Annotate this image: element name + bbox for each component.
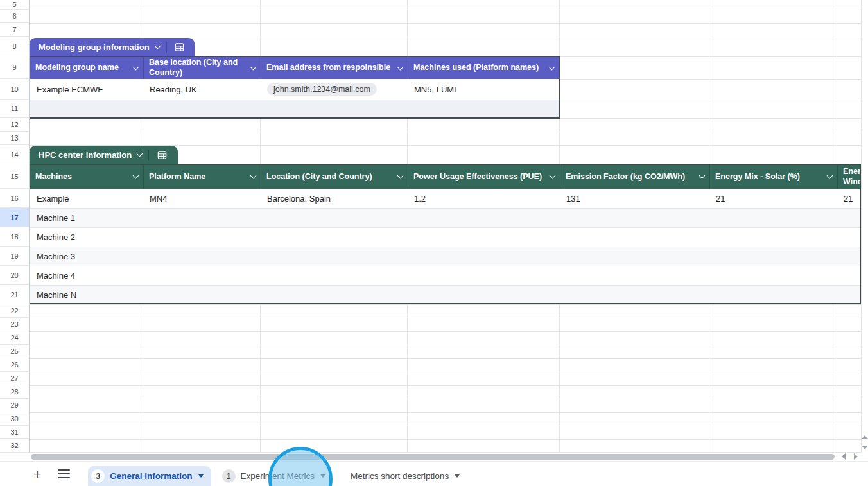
all-sheets-menu-button[interactable]: [58, 469, 70, 478]
row-number: 23: [10, 320, 18, 328]
row-header[interactable]: 16: [0, 189, 29, 208]
row-number: 24: [10, 334, 18, 342]
cell-machines[interactable]: Machine N: [30, 285, 143, 304]
hpc-header-row: Machines Platform Name Location (City an…: [30, 165, 860, 189]
chevron-down-icon[interactable]: [137, 151, 143, 157]
row-header[interactable]: 5: [0, 0, 29, 10]
row-header[interactable]: 31: [0, 426, 29, 439]
cell-email[interactable]: john.smith.1234@mail.com: [261, 79, 408, 100]
cell-machines[interactable]: Machine 1: [30, 208, 143, 227]
chevron-down-icon[interactable]: [397, 173, 404, 179]
row-header[interactable]: 8: [0, 37, 29, 56]
row-header[interactable]: 19: [0, 247, 29, 266]
table-row-band: [30, 247, 860, 266]
row-number: 27: [10, 374, 18, 382]
hpc-table-name-pill[interactable]: HPC center information: [30, 146, 178, 164]
scroll-right-icon[interactable]: [854, 453, 858, 460]
modeling-table-name-pill[interactable]: Modeling group information: [30, 38, 195, 56]
row-header[interactable]: 32: [0, 439, 29, 453]
row-header[interactable]: 9: [0, 56, 29, 79]
row-separator: [30, 208, 860, 209]
row-number: 7: [12, 26, 16, 33]
row-header[interactable]: 23: [0, 318, 29, 331]
col-header-pue[interactable]: Power Usage Effectiveness (PUE): [408, 165, 560, 189]
row-header[interactable]: 18: [0, 227, 29, 247]
chevron-down-icon[interactable]: [250, 173, 257, 179]
cell-machines[interactable]: Machine 2: [30, 227, 143, 247]
row-separator: [30, 247, 860, 247]
tab-menu-arrow-icon[interactable]: [455, 474, 460, 478]
chevron-down-icon[interactable]: [827, 173, 833, 179]
chevron-down-icon[interactable]: [699, 173, 706, 179]
col-header-energy-solar[interactable]: Energy Mix - Solar (%): [709, 165, 837, 189]
row-header-selected[interactable]: 17: [0, 208, 29, 227]
row-header[interactable]: 13: [0, 132, 29, 145]
row-header[interactable]: 26: [0, 358, 29, 372]
tab-general-information[interactable]: 3 General Information: [88, 466, 211, 486]
cell-base-location[interactable]: Reading, UK: [143, 79, 261, 100]
row-number: 16: [10, 195, 18, 202]
row-header[interactable]: 10: [0, 79, 29, 100]
cell-location[interactable]: Barcelona, Spain: [261, 189, 408, 208]
col-header-base-location[interactable]: Base location (City and Country): [143, 57, 261, 79]
col-header-emission-factor[interactable]: Emission Factor (kg CO2/MWh): [560, 165, 709, 189]
cell-machines[interactable]: Example: [30, 189, 143, 208]
chevron-down-icon[interactable]: [550, 173, 556, 179]
chevron-down-icon[interactable]: [250, 64, 257, 70]
col-header-machines-used[interactable]: Machines used (Platform names): [408, 57, 559, 79]
cell-group-name[interactable]: Example ECMWF: [30, 79, 143, 100]
row-header[interactable]: 21: [0, 285, 29, 304]
cell-pue[interactable]: 1.2: [408, 189, 560, 208]
tab-label: General Information: [110, 471, 192, 481]
row-header[interactable]: 30: [0, 412, 29, 426]
modeling-group-table: Modeling group name Base location (City …: [30, 56, 560, 119]
row-header[interactable]: 20: [0, 266, 29, 285]
row-header[interactable]: 22: [0, 304, 29, 318]
row-header[interactable]: 11: [0, 100, 29, 118]
horizontal-scrollbar-thumb[interactable]: [31, 454, 835, 460]
table-grid-icon[interactable]: [167, 42, 193, 52]
add-sheet-button[interactable]: +: [33, 467, 41, 481]
table-row-band: [30, 208, 860, 227]
col-header-machines[interactable]: Machines: [30, 165, 143, 189]
chevron-down-icon[interactable]: [154, 43, 161, 49]
row-header[interactable]: 29: [0, 399, 29, 412]
row-header[interactable]: 27: [0, 372, 29, 385]
table-grid-icon[interactable]: [149, 150, 175, 160]
row-number: 20: [10, 272, 18, 279]
modeling-table-title: Modeling group information: [30, 42, 150, 52]
row-header[interactable]: 12: [0, 118, 29, 132]
col-header-modeling-group-name[interactable]: Modeling group name: [30, 57, 143, 79]
chevron-down-icon[interactable]: [133, 64, 139, 70]
col-header-platform-name[interactable]: Platform Name: [143, 165, 261, 189]
tab-menu-arrow-icon[interactable]: [198, 474, 204, 478]
cell-machines-used[interactable]: MN5, LUMI: [408, 79, 559, 100]
cell-wind[interactable]: 21: [837, 189, 861, 208]
scroll-down-icon[interactable]: [862, 446, 868, 449]
scroll-left-icon[interactable]: [842, 453, 846, 460]
col-header-energy-wind[interactable]: Energy Mix - Wind (%): [837, 165, 861, 189]
tab-metrics-short-descriptions[interactable]: Metrics short descriptions: [347, 466, 467, 486]
row-header[interactable]: 24: [0, 331, 29, 345]
row-header[interactable]: 6: [0, 10, 29, 23]
row-number: 30: [10, 415, 18, 422]
row-header[interactable]: 15: [0, 164, 29, 189]
cell-machines[interactable]: Machine 4: [30, 266, 143, 285]
row-header[interactable]: 25: [0, 345, 29, 358]
chevron-down-icon[interactable]: [133, 173, 139, 179]
table-row-band: [30, 100, 559, 117]
cell-solar[interactable]: 21: [709, 189, 837, 208]
cell-machines[interactable]: Machine 3: [30, 247, 143, 266]
cell-platform[interactable]: MN4: [143, 189, 261, 208]
email-chip[interactable]: john.smith.1234@mail.com: [267, 83, 377, 96]
chevron-down-icon[interactable]: [397, 64, 404, 70]
cell-emission[interactable]: 131: [560, 189, 709, 208]
row-header[interactable]: 28: [0, 385, 29, 399]
modeling-header-row: Modeling group name Base location (City …: [30, 57, 559, 79]
row-header[interactable]: 14: [0, 145, 29, 164]
scroll-up-icon[interactable]: [862, 435, 868, 439]
chevron-down-icon[interactable]: [549, 64, 555, 70]
col-header-location[interactable]: Location (City and Country): [261, 165, 408, 189]
row-header[interactable]: 7: [0, 23, 29, 37]
col-header-email[interactable]: Email address from respoinsible: [261, 57, 408, 79]
